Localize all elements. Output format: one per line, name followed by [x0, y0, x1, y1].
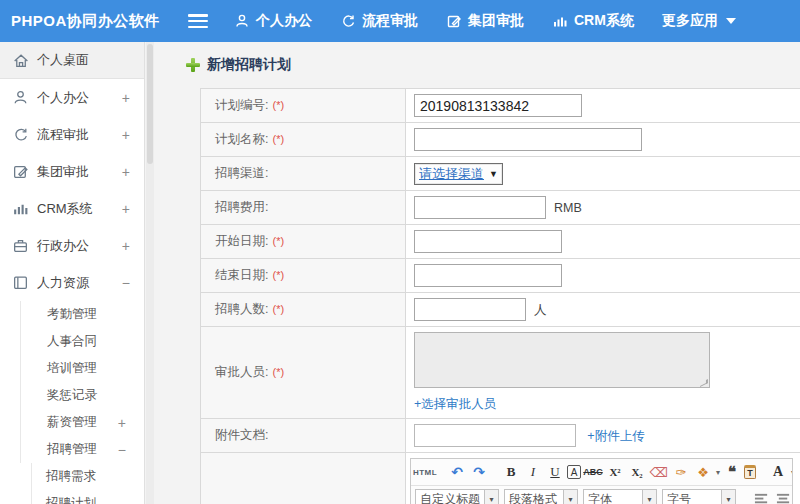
topnav-item-3[interactable]: CRM系统 [552, 12, 634, 30]
sidebar-item-招聘计划[interactable]: 招聘计划 [31, 490, 144, 504]
font-color-button[interactable]: A [768, 462, 788, 482]
caret-down-icon[interactable]: ▾ [716, 468, 720, 477]
hamburger-menu-icon[interactable] [188, 14, 208, 28]
font-family-select[interactable]: 字体▾ [583, 489, 657, 504]
end-date-input[interactable] [414, 264, 562, 287]
align-center-icon[interactable] [773, 489, 792, 504]
subscript-button[interactable]: X₂ [627, 462, 647, 482]
sidebar-item-label: 个人办公 [37, 89, 89, 107]
expand-toggle-icon[interactable]: + [122, 164, 130, 180]
headcount-unit-label: 人 [534, 303, 547, 317]
sidebar-scrollbar[interactable] [146, 42, 154, 504]
paragraph-format-select[interactable]: 段落格式▾ [504, 489, 578, 504]
bold-button[interactable]: B [501, 462, 521, 482]
expand-toggle-icon[interactable]: + [122, 127, 130, 143]
sidebar-item-个人办公[interactable]: 个人办公+ [0, 79, 144, 116]
undo-icon[interactable]: ↶ [447, 462, 467, 482]
topnav-item-0[interactable]: 个人办公 [234, 12, 312, 30]
page-title: 新增招聘计划 [186, 56, 800, 74]
strikethrough-button[interactable]: ABC [583, 462, 603, 482]
html-source-button[interactable]: HTML [415, 462, 435, 482]
sidebar-item-人力资源[interactable]: 人力资源− [0, 264, 144, 301]
expand-toggle-icon[interactable]: + [118, 415, 126, 431]
sidebar-item-招聘管理[interactable]: 招聘管理− [20, 436, 144, 463]
eraser-icon[interactable]: ⌫ [649, 462, 669, 482]
caret-down-icon[interactable]: ▾ [484, 490, 498, 504]
expand-toggle-icon[interactable]: − [118, 442, 126, 458]
topnav-item-4[interactable]: 更多应用 [662, 12, 736, 30]
expand-toggle-icon[interactable]: + [122, 201, 130, 217]
required-mark: (*) [272, 133, 284, 145]
select-approvers-link[interactable]: +选择审批人员 [414, 397, 496, 411]
sidebar-item-培训管理[interactable]: 培训管理 [20, 355, 144, 382]
channel-select[interactable]: 请选择渠道 ▼ [414, 163, 503, 185]
sidebar-item-人事合同[interactable]: 人事合同 [20, 328, 144, 355]
select-label: 字号 [663, 491, 721, 504]
caret-down-icon[interactable]: ▾ [563, 490, 577, 504]
align-left-icon[interactable] [751, 489, 771, 504]
sidebar-item-集团审批[interactable]: 集团审批+ [0, 153, 144, 190]
topnav-item-label: CRM系统 [574, 12, 634, 30]
align-center-icon [776, 492, 791, 504]
start-date-input[interactable] [414, 230, 562, 253]
expand-toggle-icon[interactable]: + [122, 90, 130, 106]
sidebar-item-行政办公[interactable]: 行政办公+ [0, 227, 144, 264]
caret-down-icon[interactable]: ▾ [642, 490, 656, 504]
sidebar-item-奖惩记录[interactable]: 奖惩记录 [20, 382, 144, 409]
end-date-label: 结束日期: [215, 268, 268, 282]
auto-format-icon[interactable]: ❖ [693, 462, 713, 482]
rich-text-editor: HTML↶↷BIUAABCX²X₂⌫✑❖▾❝TA▾ab▾ 自定义标题▾段落格式▾… [410, 458, 793, 504]
sidebar-item-label: 招聘管理 [47, 441, 97, 458]
sidebar-item-label: 考勤管理 [47, 306, 97, 323]
recruitment-plan-form: 计划编号:(*) 计划名称:(*) 招聘渠道: 请选择渠道 ▼ 招聘费用: RM… [200, 88, 800, 504]
headcount-label: 招聘人数: [215, 302, 268, 316]
topnav-item-2[interactable]: 集团审批 [446, 12, 524, 30]
caret-down-icon[interactable]: ▾ [721, 490, 735, 504]
redo-icon[interactable]: ↷ [469, 462, 489, 482]
headcount-input[interactable] [414, 298, 526, 321]
plan-code-input[interactable] [414, 94, 582, 117]
format-painter-icon[interactable]: ✑ [671, 462, 691, 482]
attachment-label: 附件文档: [215, 428, 268, 442]
person-icon [12, 89, 29, 106]
fee-input[interactable] [414, 196, 546, 219]
add-plus-icon [186, 58, 200, 72]
sidebar-item-CRM系统[interactable]: CRM系统+ [0, 190, 144, 227]
expand-toggle-icon[interactable]: − [122, 275, 130, 291]
align-left-icon [754, 492, 769, 504]
app-brand: PHPOA协同办公软件 [0, 12, 188, 31]
row-plan-code: 计划编号:(*) [201, 89, 800, 123]
superscript-button[interactable]: X² [605, 462, 625, 482]
row-end-date: 结束日期:(*) [201, 259, 800, 293]
plan-name-label: 计划名称: [215, 132, 268, 146]
custom-title-select[interactable]: 自定义标题▾ [415, 489, 499, 504]
underline-button[interactable]: U [545, 462, 565, 482]
sidebar-item-薪资管理[interactable]: 薪资管理+ [20, 409, 144, 436]
caret-down-icon[interactable]: ▾ [791, 468, 792, 477]
row-channel: 招聘渠道: 请选择渠道 ▼ [201, 157, 800, 191]
attachment-input[interactable] [414, 424, 576, 447]
font-size-select[interactable]: 字号▾ [662, 489, 736, 504]
expand-toggle-icon[interactable]: + [122, 238, 130, 254]
fee-label: 招聘费用: [215, 200, 268, 214]
remove-format-button[interactable]: A [567, 465, 581, 479]
channel-select-value: 请选择渠道 [419, 165, 484, 183]
sidebar-item-个人桌面[interactable]: 个人桌面 [0, 42, 144, 79]
topnav-item-label: 流程审批 [362, 12, 418, 30]
sidebar-item-招聘需求[interactable]: 招聘需求 [31, 463, 144, 490]
approvers-textarea[interactable] [414, 332, 710, 388]
row-fee: 招聘费用: RMB [201, 191, 800, 225]
plan-name-input[interactable] [414, 128, 642, 151]
italic-button[interactable]: I [523, 462, 543, 482]
sidebar-item-考勤管理[interactable]: 考勤管理 [20, 301, 144, 328]
paste-text-icon[interactable]: T [744, 465, 756, 479]
attachment-upload-link[interactable]: +附件上传 [587, 429, 644, 443]
home-icon [12, 52, 29, 69]
topnav-item-1[interactable]: 流程审批 [340, 12, 418, 30]
blockquote-icon[interactable]: ❝ [722, 462, 742, 482]
sidebar-item-流程审批[interactable]: 流程审批+ [0, 116, 144, 153]
select-label: 字体 [584, 491, 642, 504]
workflow-icon [12, 126, 29, 143]
chart-icon [12, 200, 29, 217]
sidebar-item-label: 奖惩记录 [47, 387, 97, 404]
